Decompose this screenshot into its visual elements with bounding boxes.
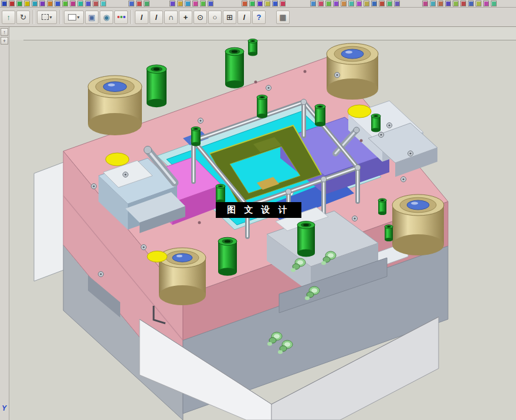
toolbar-mini-icon[interactable] (333, 1, 339, 6)
toolbar-mini-icon[interactable] (39, 1, 45, 6)
toolbar-mini-icon[interactable] (460, 1, 466, 6)
toolbar-row1-group (242, 1, 286, 6)
snap-point-on-curve-button[interactable]: / (237, 11, 251, 24)
snap-arc-button[interactable]: ∩ (164, 11, 178, 24)
toolbar-mini-icon[interactable] (85, 1, 91, 6)
snap-endpoint-button[interactable]: / (135, 11, 148, 24)
toolbar-mini-icon[interactable] (371, 1, 377, 6)
selection-scope-dropdown[interactable]: ▾ (64, 11, 84, 24)
green-bolt (147, 65, 167, 107)
circle-icon: ○ (213, 13, 218, 22)
toolbar-mini-icon[interactable] (24, 1, 30, 6)
toolbar-mini-icon[interactable] (325, 1, 331, 6)
toolbar-mini-icon[interactable] (379, 1, 385, 6)
toolbar-mini-icon[interactable] (430, 1, 436, 6)
snap-midpoint-button[interactable]: / (150, 11, 163, 24)
toolbar-mini-icon[interactable] (200, 1, 206, 6)
toolbar-mini-icon[interactable] (47, 1, 53, 6)
snap-quadrant-button[interactable]: ⊞ (223, 11, 236, 24)
toolbar-divider (60, 10, 61, 24)
green-bolt (315, 104, 325, 127)
toolbar-mini-icon[interactable] (177, 1, 183, 6)
plus-icon: + (3, 38, 6, 44)
guide-bushing (392, 194, 444, 255)
toolbar-mini-icon[interactable] (491, 1, 497, 6)
snap-intersection-button[interactable]: + (179, 11, 192, 24)
green-bolt (248, 39, 257, 56)
toolbar-mini-icon[interactable] (144, 1, 150, 6)
toolbar-mini-icon[interactable] (476, 1, 481, 6)
toolbar-mini-icon[interactable] (55, 1, 60, 6)
toolbar-mini-icon[interactable] (93, 1, 99, 6)
snap-center-button[interactable]: ⊙ (193, 11, 207, 24)
pan-tool-button[interactable]: ↑ (1, 28, 8, 36)
caret-down-icon: ▾ (77, 15, 79, 20)
toolbar-mini-icon[interactable] (272, 1, 278, 6)
toolbar-mini-icon[interactable] (128, 1, 134, 6)
axis-cross-icon: + (184, 13, 188, 22)
up-arrow-icon: ↑ (3, 29, 6, 35)
toolbar-row1-group (1, 1, 106, 6)
watermark-banner: 图 文 设 计 (216, 202, 301, 218)
green-bolt (297, 221, 315, 257)
toolbar-divider (33, 10, 34, 24)
toolbar-mini-icon[interactable] (483, 1, 489, 6)
marquee-select-button[interactable]: ▾ (37, 11, 57, 24)
toolbar-mini-icon[interactable] (453, 1, 459, 6)
toolbar-mini-icon[interactable] (192, 1, 198, 6)
toolbar-mini-icon[interactable] (208, 1, 213, 6)
toolbar-mini-icon[interactable] (249, 1, 255, 6)
up-arrow-icon: ↑ (6, 13, 11, 22)
snap-circle-button[interactable]: ○ (208, 11, 222, 24)
toolbar-row1-group (422, 1, 497, 6)
toolbar-mini-icon[interactable] (364, 1, 369, 6)
toolbar-mini-icon[interactable] (9, 1, 15, 6)
circle-center-icon: ⊙ (197, 13, 203, 22)
boxed-plus-icon: ⊞ (226, 13, 233, 22)
snap-point-colors-button[interactable] (114, 11, 128, 24)
isometric-view-button[interactable]: ▣ (85, 11, 99, 24)
toolbar-mini-icon[interactable] (77, 1, 83, 6)
toolbar-mini-icon[interactable] (280, 1, 286, 6)
toolbar-mini-icon[interactable] (257, 1, 263, 6)
toolbar-mini-icon[interactable] (310, 1, 316, 6)
axis-y-label: Y (2, 404, 6, 412)
toolbar-mini-icon[interactable] (185, 1, 191, 6)
toolbar-mini-icon[interactable] (62, 1, 68, 6)
left-toolbar: ↑ + (0, 27, 9, 420)
toolbar-mini-icon[interactable] (169, 1, 175, 6)
toolbar-mini-icon[interactable] (341, 1, 347, 6)
orbit-rotate-button[interactable]: ↻ (16, 11, 30, 24)
toolbar-mini-icon[interactable] (70, 1, 76, 6)
toolbar-divider (131, 10, 132, 24)
toolbar-mini-icon[interactable] (422, 1, 428, 6)
toolbar-mini-icon[interactable] (136, 1, 142, 6)
toolbar-mini-icon[interactable] (264, 1, 270, 6)
toolbar-row-1 (0, 0, 516, 8)
toolbar-mini-icon[interactable] (348, 1, 354, 6)
toolbar-mini-icon[interactable] (242, 1, 247, 6)
shaded-sphere-icon: ◉ (103, 13, 110, 22)
toolbar-row1-group (128, 1, 150, 6)
line-endpoint-icon: / (141, 13, 143, 22)
toolbar-mini-icon[interactable] (1, 1, 7, 6)
toolbar-mini-icon[interactable] (394, 1, 400, 6)
shaded-view-button[interactable]: ◉ (100, 11, 113, 24)
grid-icon: ▦ (279, 13, 286, 22)
green-bolt (216, 185, 225, 204)
help-button[interactable]: ? (252, 11, 266, 24)
grid-toggle-button[interactable]: ▦ (276, 11, 290, 24)
toolbar-mini-icon[interactable] (437, 1, 443, 6)
toolbar-mini-icon[interactable] (16, 1, 22, 6)
toolbar-mini-icon[interactable] (445, 1, 451, 6)
toolbar-mini-icon[interactable] (32, 1, 38, 6)
toolbar-mini-icon[interactable] (386, 1, 392, 6)
toolbar-mini-icon[interactable] (318, 1, 324, 6)
toolbar-mini-icon[interactable] (468, 1, 474, 6)
toolbar-mini-icon[interactable] (100, 1, 106, 6)
guide-bushing (88, 76, 142, 135)
pan-up-button[interactable]: ↑ (2, 11, 15, 24)
colored-dots-icon (117, 16, 125, 18)
zoom-tool-button[interactable]: + (1, 37, 8, 45)
toolbar-mini-icon[interactable] (356, 1, 362, 6)
